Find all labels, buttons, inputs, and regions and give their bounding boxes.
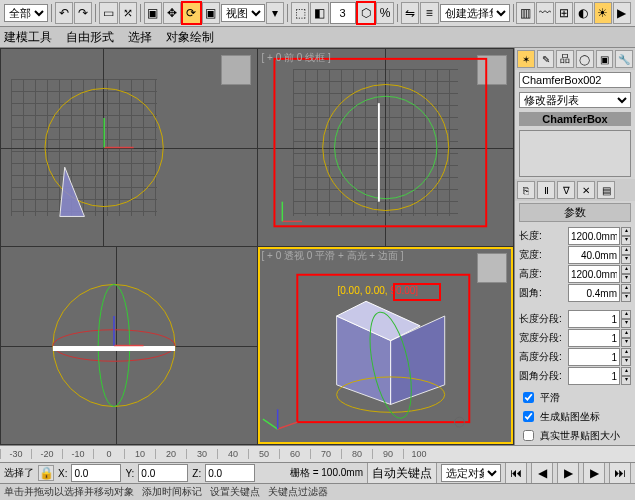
object-name-input[interactable] xyxy=(519,72,631,88)
fseg-input[interactable] xyxy=(568,367,620,385)
align-icon[interactable]: ≡ xyxy=(420,2,438,24)
link-icon[interactable]: ⤱ xyxy=(119,2,137,24)
width-input[interactable] xyxy=(568,246,620,264)
prev-frame-icon[interactable]: ◀ xyxy=(531,462,553,483)
genmap-label: 生成贴图坐标 xyxy=(540,410,600,424)
ruler-tick: 40 xyxy=(217,449,248,459)
time-ruler[interactable]: -30-20-100102030405060708090100 xyxy=(0,445,635,462)
curve-editor-icon[interactable]: 〰 xyxy=(536,2,554,24)
unique-icon[interactable]: ∇ xyxy=(557,181,575,199)
smooth-checkbox[interactable] xyxy=(523,392,534,403)
show-end-icon[interactable]: Ⅱ xyxy=(537,181,555,199)
tab-selection[interactable]: 选择 xyxy=(128,29,152,46)
filter-dropdown[interactable]: 全部 xyxy=(4,4,48,22)
setkey-label[interactable]: 设置关键点 xyxy=(210,485,260,499)
viewport-perspective[interactable]: [ + 0 透视 0 平滑 + 高光 + 边面 ] [0.00, 0.00, 9… xyxy=(258,247,514,444)
snap-toggle-icon[interactable]: ◧ xyxy=(310,2,328,24)
ruler-tick: 80 xyxy=(341,449,372,459)
modifier-list-dropdown[interactable]: 修改器列表 xyxy=(519,92,631,108)
viewport-left[interactable] xyxy=(1,247,257,444)
tab-object-paint[interactable]: 对象绘制 xyxy=(166,29,214,46)
key-target-dropdown[interactable]: 选定对象 xyxy=(441,464,501,482)
remove-mod-icon[interactable]: ✕ xyxy=(577,181,595,199)
ruler-tick: 100 xyxy=(403,449,434,459)
z-input[interactable] xyxy=(205,464,255,482)
ruler-tick: 0 xyxy=(93,449,124,459)
modify-tab-icon[interactable]: ✎ xyxy=(537,50,555,68)
y-input[interactable] xyxy=(138,464,188,482)
layer-icon[interactable]: ▥ xyxy=(516,2,534,24)
lock-icon[interactable]: 🔒 xyxy=(38,465,54,481)
stack-item[interactable]: ChamferBox xyxy=(519,112,631,126)
create-tab-icon[interactable]: ✶ xyxy=(517,50,535,68)
config-icon[interactable]: ▤ xyxy=(597,181,615,199)
motion-tab-icon[interactable]: ◯ xyxy=(576,50,594,68)
manip-icon[interactable]: ⬚ xyxy=(291,2,309,24)
viewport-label: [ + 0 前 0 线框 ] xyxy=(262,51,331,65)
tab-freeform[interactable]: 自由形式 xyxy=(66,29,114,46)
fseg-label: 圆角分段: xyxy=(519,369,562,383)
svg-point-6 xyxy=(334,96,436,198)
mirror-icon[interactable]: ⇋ xyxy=(401,2,419,24)
goto-start-icon[interactable]: ⏮ xyxy=(505,462,527,483)
hierarchy-tab-icon[interactable]: 品 xyxy=(556,50,574,68)
tab-modeling[interactable]: 建模工具 xyxy=(4,29,52,46)
undo-icon[interactable]: ↶ xyxy=(55,2,73,24)
move-icon[interactable]: ✥ xyxy=(163,2,181,24)
params-rollout[interactable]: 参数 xyxy=(519,203,631,222)
pin-stack-icon[interactable]: ⎘ xyxy=(517,181,535,199)
keyfilter-label[interactable]: 关键点过滤器 xyxy=(268,485,328,499)
goto-end-icon[interactable]: ⏭ xyxy=(609,462,631,483)
viewport-top[interactable] xyxy=(1,49,257,246)
display-tab-icon[interactable]: ▣ xyxy=(596,50,614,68)
select-icon[interactable]: ▭ xyxy=(99,2,117,24)
ruler-tick: -10 xyxy=(62,449,93,459)
prompt-bar: 单击并拖动以选择并移动对象 添加时间标记 设置关键点 关键点过滤器 xyxy=(0,483,635,500)
rotate-icon[interactable]: ⟳ xyxy=(182,2,200,24)
genmap-checkbox[interactable] xyxy=(523,411,534,422)
snap-num[interactable] xyxy=(330,2,356,24)
schematic-icon[interactable]: ⊞ xyxy=(555,2,573,24)
material-icon[interactable]: ◐ xyxy=(574,2,592,24)
render-setup-icon[interactable]: ☀ xyxy=(594,2,612,24)
length-label: 长度: xyxy=(519,229,542,243)
status-bar: 选择了 🔒 X: Y: Z: 栅格 = 100.0mm 自动关键点 选定对象 ⏮… xyxy=(0,462,635,483)
fillet-input[interactable] xyxy=(568,284,620,302)
hseg-input[interactable] xyxy=(568,348,620,366)
spinner-down-icon[interactable]: ▾ xyxy=(621,236,631,245)
play-icon[interactable]: ▶ xyxy=(557,462,579,483)
x-input[interactable] xyxy=(71,464,121,482)
ruler-tick: 70 xyxy=(310,449,341,459)
viewport-front[interactable]: [ + 0 前 0 线框 ] xyxy=(258,49,514,246)
realworld-checkbox[interactable] xyxy=(523,430,534,441)
lseg-input[interactable] xyxy=(568,310,620,328)
length-input[interactable] xyxy=(568,227,620,245)
ruler-tick: -20 xyxy=(31,449,62,459)
height-label: 高度: xyxy=(519,267,542,281)
panel-tabs: ✶ ✎ 品 ◯ ▣ 🔧 xyxy=(515,48,635,70)
wseg-input[interactable] xyxy=(568,329,620,347)
time-tag[interactable]: 添加时间标记 xyxy=(142,485,202,499)
redo-icon[interactable]: ↷ xyxy=(74,2,92,24)
ref-coord-dropdown[interactable]: 视图 xyxy=(221,4,265,22)
utilities-tab-icon[interactable]: 🔧 xyxy=(615,50,633,68)
hseg-label: 高度分段: xyxy=(519,350,562,364)
ribbon-tabs: 建模工具 自由形式 选择 对象绘制 xyxy=(0,27,635,48)
autokey-button[interactable]: 自动关键点 xyxy=(367,462,437,483)
selection-set-dropdown[interactable]: 创建选择集 xyxy=(440,4,510,22)
fillet-label: 圆角: xyxy=(519,286,542,300)
smooth-label: 平滑 xyxy=(540,391,560,405)
ruler-tick: 60 xyxy=(279,449,310,459)
ruler-tick: 90 xyxy=(372,449,403,459)
render-icon[interactable]: ▶ xyxy=(613,2,631,24)
angle-snap-icon[interactable]: ⬡ xyxy=(357,2,375,24)
modifier-stack[interactable] xyxy=(519,130,631,177)
pivot-icon[interactable]: ▾ xyxy=(266,2,284,24)
scale-icon[interactable]: ▣ xyxy=(202,2,220,24)
select-object-icon[interactable]: ▣ xyxy=(144,2,162,24)
height-input[interactable] xyxy=(568,265,620,283)
percent-snap-icon[interactable]: % xyxy=(376,2,394,24)
svg-marker-1 xyxy=(60,167,85,216)
spinner-up-icon[interactable]: ▴ xyxy=(621,227,631,236)
next-frame-icon[interactable]: ▶ xyxy=(583,462,605,483)
